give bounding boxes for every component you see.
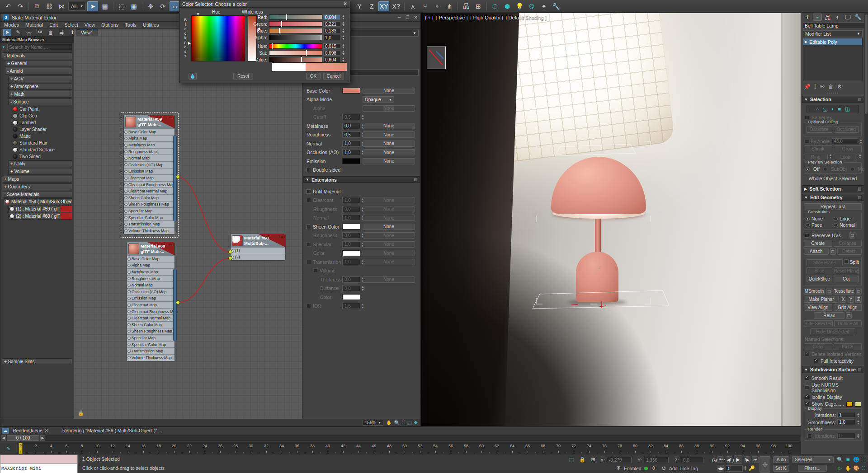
key-step-icon[interactable]: ◀▶ bbox=[717, 465, 724, 472]
pin-stack-icon[interactable]: 📌 bbox=[804, 84, 811, 90]
delete-selected-icon[interactable]: 🗑 bbox=[47, 29, 55, 36]
double-sided-checkbox[interactable] bbox=[307, 168, 311, 172]
paste-button[interactable]: Paste bbox=[834, 343, 862, 350]
undo-icon[interactable]: ↶ bbox=[3, 1, 14, 11]
maxscript-macro-row[interactable] bbox=[0, 454, 78, 464]
spinner-arrows[interactable]: ▲▼ bbox=[341, 28, 345, 33]
stack-item-editable-poly[interactable]: ▶ Editable Poly bbox=[803, 38, 862, 45]
roughness-spinner[interactable]: 0,5 bbox=[342, 131, 360, 138]
grow-button[interactable]: Grow bbox=[834, 145, 862, 152]
thickness-map-button[interactable]: None bbox=[363, 276, 415, 283]
node-slot-0[interactable]: (1) bbox=[231, 247, 285, 254]
spinner-arrows[interactable]: ▲▼ bbox=[341, 21, 345, 27]
node-slot-8[interactable]: Clearcoat Roughness Map bbox=[127, 308, 175, 315]
reset-button[interactable]: Reset bbox=[233, 73, 253, 80]
shrink-button[interactable]: Shrink bbox=[804, 145, 832, 152]
subdivision-rollout-header[interactable]: ▼Subdivision Surface bbox=[802, 366, 863, 373]
sme-navigator-panel[interactable] bbox=[427, 47, 446, 69]
normal-spinner[interactable]: 1,0 bbox=[342, 215, 360, 221]
select-rotate-icon[interactable]: ⟳ bbox=[157, 1, 168, 11]
specular-spinner[interactable]: 1,0 bbox=[342, 241, 360, 248]
slot-input-pin[interactable] bbox=[127, 290, 131, 293]
unlink-icon[interactable]: ⛓ bbox=[44, 1, 55, 11]
prev-frame-icon[interactable]: ◀ bbox=[1, 435, 6, 441]
collapse-node-icon[interactable]: — bbox=[280, 234, 284, 239]
bind-spacewarp-icon[interactable]: ⋈ bbox=[56, 1, 67, 11]
node-slot-1[interactable]: Alpha Map bbox=[127, 262, 175, 269]
slot-input-pin[interactable] bbox=[124, 131, 127, 134]
constraint-face-radio[interactable] bbox=[806, 223, 810, 227]
sat-value-field[interactable]: 0,698 bbox=[323, 50, 340, 56]
modify-tab[interactable]: ⌁ bbox=[813, 14, 822, 21]
preview-off-radio[interactable] bbox=[806, 167, 810, 171]
set-key-button[interactable]: Set K. bbox=[773, 465, 789, 472]
preview-subobj-radio[interactable] bbox=[823, 167, 827, 171]
slot-input-pin[interactable] bbox=[124, 210, 127, 213]
zoom-icon[interactable]: 🔍 bbox=[836, 456, 844, 463]
alpha-value-field[interactable]: 1,0 bbox=[323, 35, 340, 40]
browser-row-8[interactable]: Clip Geo bbox=[12, 112, 72, 119]
cage-color-swatch-1[interactable] bbox=[846, 402, 853, 407]
blackness-marker-icon[interactable]: ▶ bbox=[188, 41, 191, 45]
key-mode-icon[interactable]: 🔑 bbox=[748, 465, 755, 472]
spinner-arrows[interactable]: ▲▼ bbox=[361, 285, 365, 291]
node-view-tab[interactable]: View1 bbox=[76, 29, 98, 36]
detach-button[interactable]: Detach bbox=[837, 248, 862, 255]
browser-row-22[interactable]: (2) : Material #60 ( glTF Mat... bbox=[8, 213, 72, 220]
node-slot-10[interactable]: Sheen Color Map bbox=[124, 194, 175, 201]
emission-map-button[interactable]: None bbox=[363, 158, 415, 164]
ok-button[interactable]: OK bbox=[306, 73, 321, 80]
create-button[interactable]: Create bbox=[804, 240, 832, 247]
time-slider-handle[interactable]: 0 / 100 bbox=[7, 435, 39, 441]
select-by-name-icon[interactable]: ▤ bbox=[99, 1, 110, 11]
node-slot-8[interactable]: Clearcoat Roughness Map bbox=[124, 181, 175, 188]
ior-spinner[interactable]: 1,5 bbox=[342, 303, 360, 309]
render-iterations-spinner[interactable]: 0 bbox=[837, 433, 855, 439]
lock-icon[interactable]: 🔒 bbox=[78, 410, 84, 416]
x-coordinate-field[interactable]: -0,279 bbox=[607, 457, 632, 463]
quickslice-button[interactable]: QuickSlice bbox=[807, 276, 832, 282]
green-slider[interactable] bbox=[269, 21, 322, 27]
roughness-map-button[interactable]: None bbox=[363, 131, 415, 138]
red-slider[interactable] bbox=[269, 14, 322, 20]
eyedropper-icon[interactable]: 💧 bbox=[189, 73, 197, 80]
relax-button[interactable]: Relax bbox=[814, 312, 844, 319]
grid-align-button[interactable]: Grid Align bbox=[834, 304, 862, 311]
angle-spinner[interactable]: 45,0 bbox=[832, 138, 858, 144]
perspective-viewport[interactable]: Z [ + ][ Perspective ][ High Quality ][ … bbox=[421, 13, 801, 426]
hue-marker-icon[interactable]: ▼ bbox=[196, 12, 200, 16]
browser-row-19[interactable]: - Scene Materials bbox=[2, 191, 72, 198]
show-end-result-icon[interactable]: 𝕀 bbox=[814, 84, 816, 90]
cancel-button[interactable]: Cancel bbox=[323, 73, 344, 80]
slot-input-pin[interactable] bbox=[127, 343, 131, 346]
node60-panel-strip[interactable] bbox=[173, 269, 177, 341]
dialog-titlebar[interactable]: Color Selector: Choose a color ✕ bbox=[179, 0, 350, 8]
maximize-viewport-icon[interactable]: ⛶ bbox=[860, 465, 867, 472]
close-icon[interactable]: ✕ bbox=[343, 1, 347, 7]
hue-slider[interactable] bbox=[269, 43, 322, 49]
cut-button[interactable]: Cut bbox=[834, 276, 859, 282]
value-value-field[interactable]: 0,604 bbox=[323, 57, 340, 62]
slot-input-pin[interactable] bbox=[124, 144, 127, 147]
color-map-button[interactable]: None bbox=[363, 250, 415, 256]
spinner-arrows[interactable]: ▲▼ bbox=[341, 14, 345, 20]
element-mode-icon[interactable]: ◫ bbox=[845, 106, 849, 112]
browser-row-6[interactable]: - Surface bbox=[8, 98, 72, 105]
slot-input-pin[interactable] bbox=[124, 170, 127, 173]
assembly-icon[interactable]: ⬢ bbox=[502, 1, 513, 11]
browser-row-13[interactable]: Standard Surface bbox=[12, 146, 72, 153]
bone-tools-icon[interactable]: ⑂ bbox=[420, 1, 430, 11]
transmission-checkbox[interactable] bbox=[307, 260, 311, 264]
spinner-arrows[interactable]: ▲▼ bbox=[341, 43, 345, 49]
browser-row-12[interactable]: Standard Hair bbox=[12, 140, 72, 146]
time-slider-track[interactable] bbox=[46, 435, 800, 441]
occluded-button[interactable]: Occluded bbox=[834, 126, 859, 133]
sat-slider[interactable] bbox=[269, 50, 322, 56]
edge-mode-icon[interactable]: ◺ bbox=[823, 106, 826, 112]
transmission-spinner[interactable]: 1,0 bbox=[342, 259, 360, 265]
relax-settings-button[interactable]: □ bbox=[846, 312, 852, 319]
slot-input-pin[interactable] bbox=[124, 163, 127, 166]
sme-menu-edit[interactable]: Edit bbox=[49, 22, 58, 28]
slot-input-pin[interactable] bbox=[124, 150, 127, 153]
cutoff-spinner[interactable]: 0,5 bbox=[342, 114, 360, 120]
